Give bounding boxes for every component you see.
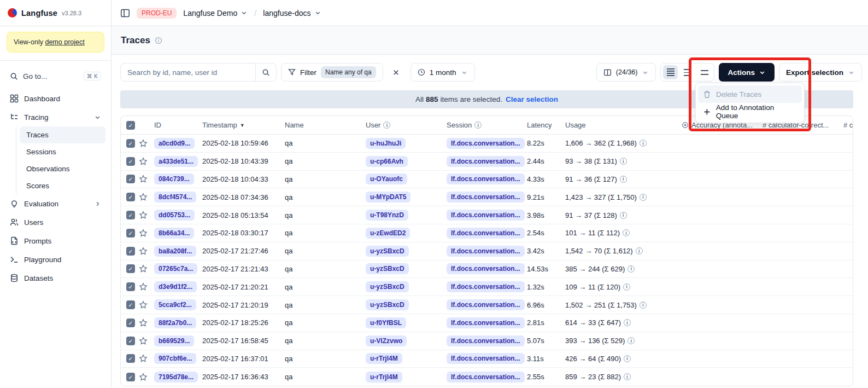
col-header-usage[interactable]: Usage	[565, 121, 682, 129]
user-id-badge[interactable]: u-yzSBxcD	[366, 246, 409, 257]
trace-id-badge[interactable]: 084c739...	[154, 173, 194, 184]
row-checkbox[interactable]	[126, 318, 135, 327]
table-row[interactable]: 88f2a7b0... 2025-02-17 18:25:26 qa u-f0Y…	[121, 314, 853, 332]
star-icon[interactable]	[139, 282, 148, 291]
session-id-badge[interactable]: lf.docs.conversation...	[447, 156, 525, 167]
search-input[interactable]	[121, 68, 255, 77]
export-selection-button[interactable]: Export selection	[779, 63, 862, 82]
row-checkbox[interactable]	[126, 193, 135, 201]
trace-id-badge[interactable]: b669529...	[154, 335, 194, 346]
table-row[interactable]: b669529... 2025-02-17 16:58:45 qa u-VIZz…	[121, 332, 853, 350]
user-id-badge[interactable]: u-MYpDAT5	[366, 192, 410, 202]
table-row[interactable]: ba8a208f... 2025-02-17 21:27:46 qa u-yzS…	[121, 242, 853, 260]
user-id-badge[interactable]: u-yzSBxcD	[366, 263, 409, 274]
col-header-session[interactable]: Session	[447, 121, 527, 129]
table-row[interactable]: a0cd0d9... 2025-02-18 10:59:46 qa u-huJh…	[121, 135, 853, 153]
trace-id-badge[interactable]: d3e9d1f2...	[154, 281, 197, 292]
filter-button[interactable]: Filter Name any of qa	[281, 63, 383, 82]
trace-id-badge[interactable]: 88f2a7b0...	[154, 317, 196, 328]
session-id-badge[interactable]: lf.docs.conversation...	[447, 372, 525, 383]
row-checkbox[interactable]	[126, 139, 135, 148]
star-icon[interactable]	[139, 264, 148, 273]
search-submit-button[interactable]	[255, 63, 276, 81]
row-checkbox[interactable]	[126, 354, 135, 363]
trace-id-badge[interactable]: 8b66a34...	[154, 228, 194, 239]
user-id-badge[interactable]: u-cp66Avh	[366, 156, 408, 167]
org-selector[interactable]: Langfuse Demo	[183, 9, 248, 18]
sidebar-item-users[interactable]: Users	[5, 213, 105, 231]
session-id-badge[interactable]: lf.docs.conversation...	[447, 228, 525, 239]
user-id-badge[interactable]: u-f0YfBSL	[366, 317, 406, 328]
sidebar-item-observations[interactable]: Observations	[20, 160, 105, 177]
star-icon[interactable]	[139, 247, 148, 256]
col-header-user[interactable]: User	[366, 121, 447, 129]
user-id-badge[interactable]: u-zEwdED2	[366, 228, 410, 239]
user-id-badge[interactable]: u-OYauofc	[366, 173, 407, 184]
table-row[interactable]: 5cca9cf2... 2025-02-17 21:20:19 qa u-yzS…	[121, 296, 853, 314]
row-checkbox[interactable]	[126, 229, 135, 238]
clear-selection-link[interactable]: Clear selection	[506, 95, 558, 103]
row-checkbox[interactable]	[126, 337, 135, 345]
star-icon[interactable]	[139, 139, 148, 148]
row-height-medium-button[interactable]	[680, 65, 695, 79]
star-icon[interactable]	[139, 157, 148, 166]
table-row[interactable]: 8dcf4574... 2025-02-18 07:34:36 qa u-MYp…	[121, 188, 853, 206]
session-id-badge[interactable]: lf.docs.conversation...	[447, 335, 525, 346]
star-icon[interactable]	[139, 337, 148, 345]
star-icon[interactable]	[139, 211, 148, 219]
sidebar-item-traces[interactable]: Traces	[20, 126, 105, 143]
trace-id-badge[interactable]: 07265c7a...	[154, 263, 197, 274]
row-checkbox[interactable]	[126, 373, 135, 381]
table-row[interactable]: d3e9d1f2... 2025-02-17 21:20:21 qa u-yzS…	[121, 278, 853, 296]
time-range-select[interactable]: 1 month	[410, 63, 475, 82]
session-id-badge[interactable]: lf.docs.conversation...	[447, 317, 525, 328]
row-checkbox[interactable]	[126, 211, 135, 219]
session-id-badge[interactable]: lf.docs.conversation...	[447, 210, 525, 221]
row-height-large-button[interactable]	[697, 65, 712, 79]
user-id-badge[interactable]: u-rTrjl4M	[366, 372, 402, 383]
clear-filter-button[interactable]	[389, 65, 404, 80]
demo-project-link[interactable]: demo project	[45, 38, 84, 46]
trace-id-badge[interactable]: 907cbf6e...	[154, 353, 196, 364]
col-header-name[interactable]: Name	[285, 121, 366, 129]
session-id-badge[interactable]: lf.docs.conversation...	[447, 353, 525, 364]
table-row[interactable]: 07265c7a... 2025-02-17 21:21:43 qa u-yzS…	[121, 260, 853, 279]
menu-item-add-to-annotation-queue[interactable]: Add to Annotation Queue	[698, 103, 802, 120]
star-icon[interactable]	[139, 373, 148, 381]
row-checkbox[interactable]	[126, 282, 135, 291]
sidebar-item-sessions[interactable]: Sessions	[20, 143, 105, 160]
table-row[interactable]: 907cbf6e... 2025-02-17 16:37:01 qa u-rTr…	[121, 350, 853, 368]
session-id-badge[interactable]: lf.docs.conversation...	[447, 263, 525, 274]
trace-id-badge[interactable]: dd05753...	[154, 210, 195, 221]
row-checkbox[interactable]	[126, 157, 135, 166]
sidebar-item-dashboard[interactable]: Dashboard	[5, 89, 105, 108]
user-id-badge[interactable]: u-rTrjl4M	[366, 353, 402, 364]
columns-button[interactable]: (24/36)	[596, 63, 656, 82]
row-checkbox[interactable]	[126, 175, 135, 183]
table-row[interactable]: 8b66a34... 2025-02-18 03:30:17 qa u-zEwd…	[121, 224, 853, 242]
sidebar-item-prompts[interactable]: Prompts	[5, 231, 105, 250]
sidebar-item-playground[interactable]: Playground	[5, 250, 105, 269]
sidebar-item-evaluation[interactable]: Evaluation	[5, 194, 105, 213]
row-height-small-button[interactable]	[663, 65, 678, 79]
row-checkbox[interactable]	[126, 247, 135, 256]
col-header-id[interactable]: ID	[154, 121, 202, 129]
session-id-badge[interactable]: lf.docs.conversation...	[447, 173, 525, 184]
select-all-checkbox[interactable]	[126, 121, 135, 130]
sidebar-item-scores[interactable]: Scores	[20, 177, 105, 194]
col-header-truncated[interactable]: # c...	[843, 121, 853, 129]
goto-command-button[interactable]: Go to... ⌘ K	[5, 68, 105, 84]
row-checkbox[interactable]	[126, 300, 135, 309]
table-row[interactable]: 7195d78e... 2025-02-17 16:36:43 qa u-rTr…	[121, 368, 853, 386]
trace-id-badge[interactable]: a433de51...	[154, 156, 198, 167]
session-id-badge[interactable]: lf.docs.conversation...	[447, 138, 525, 149]
trace-id-badge[interactable]: ba8a208f...	[154, 246, 196, 257]
col-header-timestamp[interactable]: Timestamp▼	[202, 121, 285, 129]
menu-item-delete-traces[interactable]: Delete Traces	[698, 85, 802, 103]
session-id-badge[interactable]: lf.docs.conversation...	[447, 192, 525, 202]
user-id-badge[interactable]: u-yzSBxcD	[366, 299, 409, 310]
user-id-badge[interactable]: u-huJhuJi	[366, 138, 406, 149]
user-id-badge[interactable]: u-VIZzvwo	[366, 335, 407, 346]
star-icon[interactable]	[139, 175, 148, 183]
session-id-badge[interactable]: lf.docs.conversation...	[447, 281, 525, 292]
